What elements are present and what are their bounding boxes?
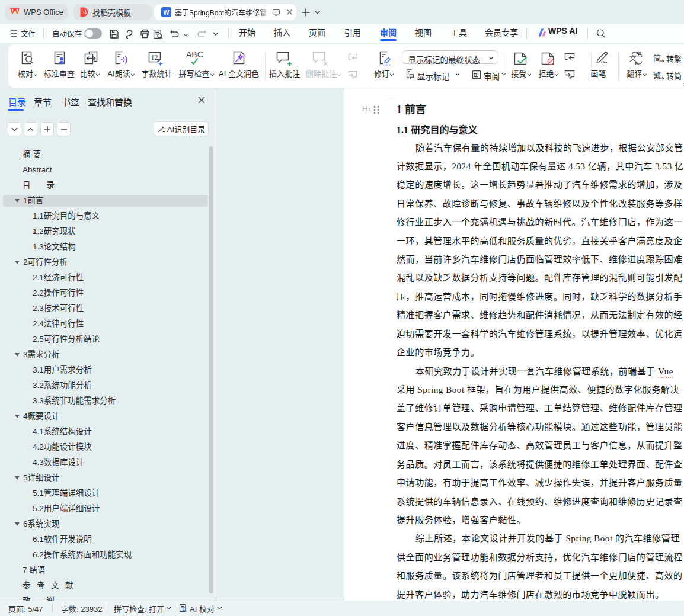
svg-text:ABC: ABC: [186, 50, 203, 59]
svg-text:W: W: [164, 9, 170, 16]
svg-text:文: 文: [629, 54, 637, 62]
svg-text:12: 12: [151, 53, 158, 62]
